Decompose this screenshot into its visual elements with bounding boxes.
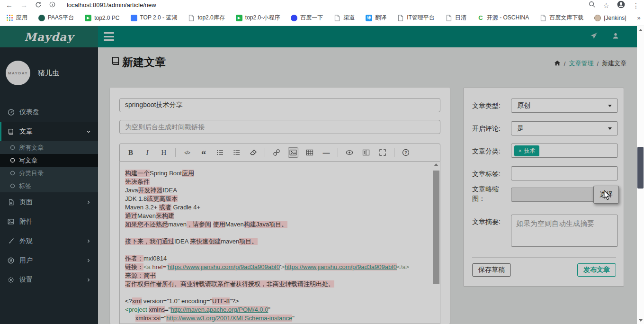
save-draft-button[interactable]: 保存草稿 <box>472 263 511 277</box>
table-icon[interactable] <box>304 147 315 158</box>
sidebar-item-文章[interactable]: 文章 <box>0 122 98 141</box>
hr-icon[interactable]: — <box>321 147 331 158</box>
tags-input[interactable] <box>511 166 618 180</box>
sidebar-subitem-label: 分类目录 <box>19 169 44 178</box>
bookmark-item[interactable]: TOP 2.0 - 蓝湖 <box>131 14 178 22</box>
thumbnail-input[interactable] <box>511 188 595 202</box>
bold-icon[interactable]: B <box>125 147 136 158</box>
caret-down-icon <box>608 105 612 107</box>
sidebar-item-用户[interactable]: 用户 <box>0 251 98 270</box>
sidebar-toggle-icon[interactable] <box>104 32 114 41</box>
editor-line: 如果您不还熟悉maven，请参阅 使用Maven构建Java项目。 <box>125 220 428 229</box>
bookmark-item[interactable]: 渠道 <box>334 14 355 22</box>
bookmark-label: 开源 - OSCHINA <box>487 14 529 22</box>
paper-plane-icon[interactable] <box>590 32 599 42</box>
info-icon[interactable] <box>49 1 55 9</box>
page-scrollbar-thumb[interactable] <box>637 147 644 189</box>
editor-line: 链接：<a href='https://www.jianshu.com/p/9a… <box>125 263 428 271</box>
quote-icon[interactable]: “ <box>198 147 209 158</box>
bookmark-item[interactable]: 百度一下 <box>291 14 323 22</box>
chrome-menu-icon[interactable]: ⋮ <box>633 2 639 9</box>
bookmarks-overflow-icon[interactable]: » <box>637 14 641 21</box>
bookmark-item[interactable]: 日清 <box>446 14 466 22</box>
list-ol-icon[interactable] <box>232 147 242 158</box>
editor-line: <project xmlns="http://maven.apache.org/… <box>125 306 428 314</box>
page-scrollbar[interactable] <box>637 26 644 324</box>
bookmark-item[interactable]: C开源 - OSCHINA <box>477 14 529 22</box>
toolbar-separator <box>338 148 338 157</box>
sidebar-subitem-所有文章[interactable]: 所有文章 <box>0 141 98 154</box>
bookmark-item[interactable]: ▶top2.0 PC <box>85 15 119 21</box>
heading-icon[interactable]: H <box>159 147 169 158</box>
type-select[interactable]: 原创 <box>511 99 618 113</box>
play-green-icon: ▶ <box>236 15 242 21</box>
article-title-input[interactable] <box>119 98 440 112</box>
bookmark-label: 百度文库下载 <box>549 14 583 22</box>
editor-scrollbar-thumb[interactable] <box>433 171 439 284</box>
scroll-down-icon[interactable] <box>637 317 644 323</box>
eraser-icon[interactable] <box>248 147 259 158</box>
bookmark-star-icon[interactable]: ☆ <box>603 1 609 10</box>
sidebar-subitem-分类目录[interactable]: 分类目录 <box>0 167 98 180</box>
tag-remove-icon[interactable]: × <box>519 148 521 153</box>
bookmark-item[interactable]: 百度文库下载 <box>540 14 583 22</box>
avatar: MAYDAY <box>6 61 30 85</box>
back-icon[interactable]: ← <box>6 1 13 9</box>
publish-button[interactable]: 发布文章 <box>577 263 616 277</box>
editor-line: 来源：简书 <box>125 271 428 280</box>
article-slug-input[interactable] <box>119 120 440 134</box>
help-icon[interactable]: ? <box>401 147 411 158</box>
home-icon[interactable] <box>554 60 561 68</box>
sidebar-item-label: 附件 <box>19 217 33 226</box>
sidebar-item-附件[interactable]: 附件 <box>0 212 98 231</box>
bookmarks-bar: 应用PAAS平台▶top2.0 PCTOP 2.0 - 蓝湖top2.0库存▶t… <box>0 10 644 26</box>
profile-avatar-icon[interactable] <box>617 0 625 10</box>
page-icon <box>397 15 404 21</box>
summary-textarea[interactable] <box>511 215 618 247</box>
choose-file-button[interactable]: 选择 <box>593 186 619 204</box>
bookmark-item[interactable]: IT管理平台 <box>397 14 435 22</box>
editor-line: Maven 3.2+ 或者 Gradle 4+ <box>125 203 428 212</box>
sidebar-item-设置[interactable]: 设置 <box>0 270 98 289</box>
code-icon[interactable]: </> <box>182 147 192 158</box>
sidebar-subitem-写文章[interactable]: 写文章 <box>0 154 98 167</box>
breadcrumb-section-link[interactable]: 文章管理 <box>569 59 593 68</box>
comment-select[interactable]: 是 <box>511 121 618 135</box>
image-icon[interactable] <box>288 147 298 158</box>
sidebar-item-外观[interactable]: 外观 <box>0 231 98 251</box>
comment-label: 开启评论: <box>472 125 501 133</box>
bookmark-item[interactable]: top2.0库存 <box>188 14 224 22</box>
url-bar[interactable]: ← → localhost:8091/admin/article/new ☆ ⋮ <box>0 0 644 10</box>
italic-icon[interactable]: I <box>142 147 152 158</box>
category-input[interactable]: × 技术 <box>511 144 618 158</box>
translate-blue-icon: 译 <box>366 15 372 21</box>
fullscreen-icon[interactable] <box>377 147 388 158</box>
bookmark-item[interactable]: 译翻译 <box>366 14 386 22</box>
scroll-up-icon[interactable] <box>637 27 644 33</box>
toolbar-separator <box>265 148 265 157</box>
list-ul-icon[interactable] <box>215 147 225 158</box>
bookmark-item[interactable]: PAAS平台 <box>38 14 74 22</box>
bookmark-item[interactable]: 应用 <box>7 14 27 22</box>
app-logo[interactable]: Mayday <box>0 26 98 47</box>
thumbnail-label-2: 图： <box>472 195 485 203</box>
forward-icon[interactable]: → <box>20 1 27 9</box>
app-header: Mayday <box>0 26 644 47</box>
markdown-content[interactable]: 构建一个Spring Boot应用先决条件Java开发神器IDEAJDK 1.8… <box>119 162 440 324</box>
preview-eye-icon[interactable] <box>344 147 355 158</box>
link-icon[interactable] <box>271 147 282 158</box>
sidebar-subitem-标签[interactable]: 标签 <box>0 180 98 192</box>
page-icon <box>446 15 452 21</box>
bookmark-label: 渠道 <box>343 14 355 22</box>
zoom-icon[interactable] <box>589 1 596 10</box>
sidebar-item-仪表盘[interactable]: 仪表盘 <box>0 102 98 122</box>
user-menu-icon[interactable] <box>612 32 619 42</box>
editor-scroll-up-icon[interactable] <box>434 163 438 166</box>
reload-icon[interactable] <box>35 1 42 9</box>
bookmark-item[interactable]: ▶top2.0-小程序 <box>236 14 280 22</box>
bookmark-item[interactable]: [Jenkins] <box>594 15 626 21</box>
columns-icon[interactable] <box>361 147 371 158</box>
toolbar-separator <box>175 148 176 157</box>
sidebar-item-页面[interactable]: 页面 <box>0 192 98 212</box>
url-text[interactable]: localhost:8091/admin/article/new <box>67 1 156 9</box>
